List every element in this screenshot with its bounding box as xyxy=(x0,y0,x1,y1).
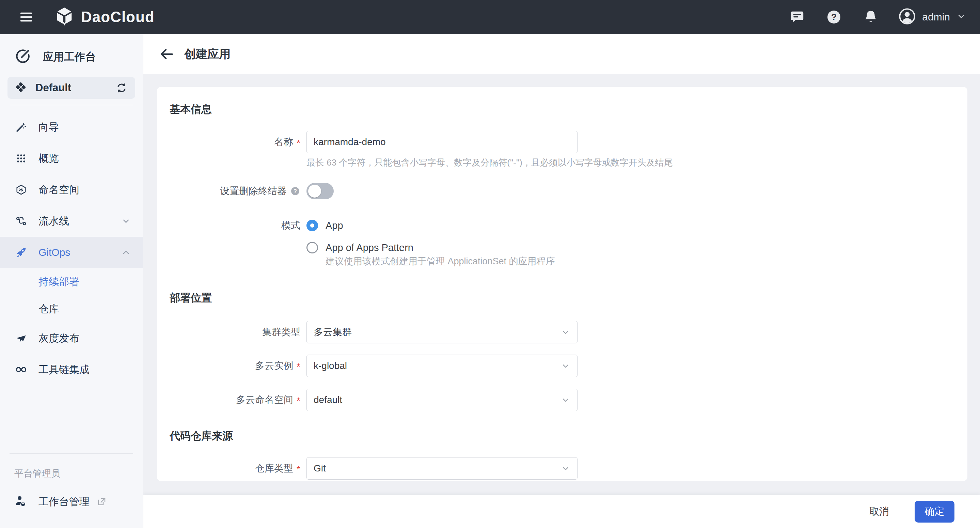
field-row-finalizer: 设置删除终结器 ? xyxy=(170,183,967,199)
sidebar-item-label: 灰度发布 xyxy=(38,332,80,345)
workspace-diamond-icon xyxy=(15,81,27,94)
brand-logo[interactable]: DaoCloud xyxy=(54,6,154,28)
switch-workspace-icon[interactable] xyxy=(115,82,128,94)
svg-text:?: ? xyxy=(831,12,837,22)
user-menu[interactable]: admin xyxy=(898,8,966,27)
message-icon[interactable] xyxy=(788,8,807,26)
instance-label: 多云实例 xyxy=(255,359,293,372)
workspace-name: Default xyxy=(35,82,71,94)
main-area: 创建应用 基本信息 名称 * 最长 63 个字符，只能包含小写字母、数字及分隔符… xyxy=(143,34,980,528)
namespace-cube-icon xyxy=(15,184,27,196)
cluster-type-label: 集群类型 xyxy=(262,325,300,338)
field-row-instance: 多云实例 * k-global xyxy=(170,355,967,377)
name-label: 名称 xyxy=(274,136,293,148)
question-circle-icon[interactable]: ? xyxy=(290,186,300,196)
mode-label: 模式 xyxy=(281,219,300,232)
instance-select[interactable]: k-global xyxy=(307,355,578,377)
field-row-repo-type: 仓库类型 * Git xyxy=(170,457,967,480)
sidebar-item-gitops[interactable]: GitOps xyxy=(0,237,143,268)
help-icon[interactable]: ? xyxy=(825,8,843,26)
sidebar-item-label: 工具链集成 xyxy=(38,363,89,377)
page-title: 创建应用 xyxy=(184,46,231,62)
grid-dots-icon xyxy=(15,153,27,164)
sidebar-item-label: GitOps xyxy=(38,247,70,258)
sidebar-item-overview[interactable]: 概览 xyxy=(0,143,143,174)
chevron-down-icon xyxy=(121,216,131,226)
menu-icon[interactable] xyxy=(16,6,37,27)
select-value: k-global xyxy=(313,361,347,371)
section-repo-source: 代码仓库来源 xyxy=(170,430,967,442)
radio-label: App of Apps Pattern xyxy=(326,242,414,254)
sidebar-item-continuous-deploy[interactable]: 持续部署 xyxy=(0,268,143,295)
admin-user-icon xyxy=(14,495,27,509)
workspace-selector[interactable]: Default xyxy=(8,77,135,99)
repo-type-label: 仓库类型 xyxy=(255,462,293,475)
radio-unselected-icon[interactable] xyxy=(307,242,318,254)
cluster-type-select[interactable]: 多云集群 xyxy=(307,321,578,343)
bell-icon[interactable] xyxy=(862,8,880,26)
select-value: Git xyxy=(313,463,326,474)
form-footer: 取消 确定 xyxy=(143,495,980,528)
field-row-mode: 模式 App App of Apps Pattern xyxy=(170,220,967,254)
rocket-icon xyxy=(15,246,27,258)
external-link-icon xyxy=(96,497,107,507)
chevron-down-icon xyxy=(560,394,571,405)
avatar-icon xyxy=(898,8,916,27)
field-row-cluster-type: 集群类型 多云集群 xyxy=(170,321,967,343)
radio-label: App xyxy=(326,220,343,231)
chevron-down-icon xyxy=(560,463,571,474)
sidebar-divider xyxy=(10,105,133,105)
sidebar-item-label: 持续部署 xyxy=(38,275,80,289)
username: admin xyxy=(922,11,950,23)
field-row-name: 名称 * xyxy=(170,131,967,153)
sidebar-item-label: 工作台管理 xyxy=(38,495,89,509)
radio-selected-icon[interactable] xyxy=(307,220,318,231)
mode-option-desc: 建议使用该模式创建用于管理 ApplicationSet 的应用程序 xyxy=(326,256,967,266)
mode-option-app[interactable]: App xyxy=(307,220,578,231)
daocloud-cube-icon xyxy=(54,6,75,28)
section-deploy-location: 部署位置 xyxy=(170,292,967,304)
pipeline-icon xyxy=(15,215,27,227)
chevron-down-icon xyxy=(560,361,571,371)
sidebar-item-label: 概览 xyxy=(38,152,59,166)
sidebar-item-label: 向导 xyxy=(38,120,59,134)
page-header: 创建应用 xyxy=(143,34,980,74)
mode-option-app-of-apps[interactable]: App of Apps Pattern xyxy=(307,242,578,254)
sidebar-item-wizard[interactable]: 向导 xyxy=(0,112,143,143)
wand-icon xyxy=(15,121,27,133)
cancel-button[interactable]: 取消 xyxy=(862,500,896,523)
finalizer-toggle[interactable] xyxy=(307,183,334,199)
sidebar-item-namespace[interactable]: 命名空间 xyxy=(0,174,143,206)
sidebar-item-workbench-manage[interactable]: 工作台管理 xyxy=(0,480,143,528)
form-card: 基本信息 名称 * 最长 63 个字符，只能包含小写字母、数字及分隔符("-")… xyxy=(157,87,967,481)
namespace-select[interactable]: default xyxy=(307,389,578,411)
required-mark: * xyxy=(297,464,300,475)
required-mark: * xyxy=(297,396,300,407)
bird-icon xyxy=(15,332,27,344)
field-row-namespace: 多云命名空间 * default xyxy=(170,389,967,411)
confirm-button[interactable]: 确定 xyxy=(915,501,955,523)
chevron-up-icon xyxy=(121,247,131,257)
svg-text:?: ? xyxy=(294,188,297,194)
sidebar-item-toolchain[interactable]: 工具链集成 xyxy=(0,354,143,385)
sidebar-item-label: 流水线 xyxy=(38,214,69,228)
chevron-down-icon xyxy=(560,327,571,338)
sidebar: 应用工作台 Default xyxy=(0,34,143,528)
brand-name: DaoCloud xyxy=(81,8,154,26)
role-label: 平台管理员 xyxy=(0,454,143,480)
repo-type-select[interactable]: Git xyxy=(307,457,578,480)
sidebar-item-pipeline[interactable]: 流水线 xyxy=(0,206,143,237)
name-input[interactable] xyxy=(307,131,578,153)
sidebar-item-label: 命名空间 xyxy=(38,183,80,197)
sidebar-item-label: 仓库 xyxy=(38,302,59,316)
required-mark: * xyxy=(297,138,300,148)
required-mark: * xyxy=(297,361,300,372)
section-basic-info: 基本信息 xyxy=(170,103,967,115)
sidebar-item-repository[interactable]: 仓库 xyxy=(0,295,143,322)
back-arrow-icon[interactable] xyxy=(157,45,176,64)
namespace-label: 多云命名空间 xyxy=(236,394,293,407)
topbar: DaoCloud ? xyxy=(0,0,980,34)
content-area: 基本信息 名称 * 最长 63 个字符，只能包含小写字母、数字及分隔符("-")… xyxy=(143,74,980,495)
sidebar-item-gray-release[interactable]: 灰度发布 xyxy=(0,322,143,354)
workspace-title: 应用工作台 xyxy=(43,50,96,64)
